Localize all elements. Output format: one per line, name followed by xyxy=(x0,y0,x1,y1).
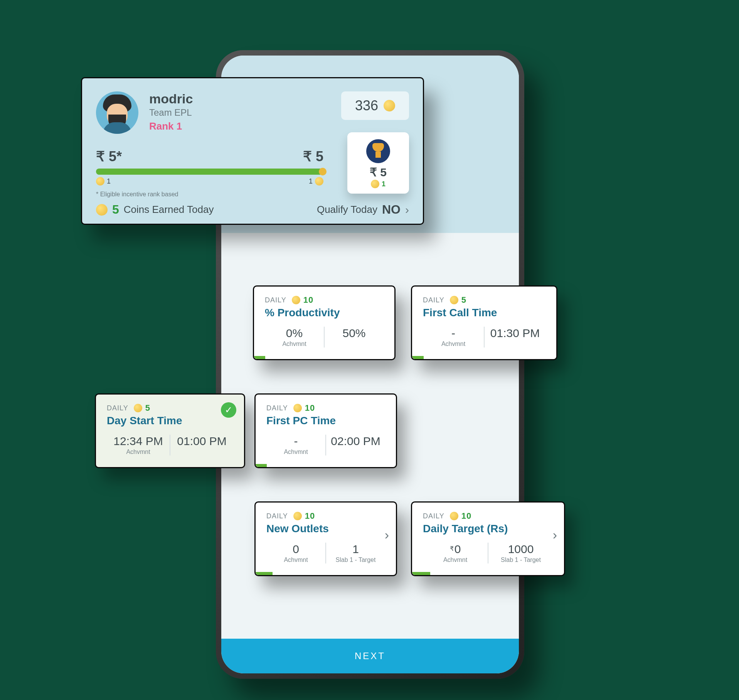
kpi-achvmnt-value: 0% xyxy=(265,327,324,340)
kpi-achvmnt-value: 12:34 PM xyxy=(107,435,170,448)
trophy-amount: ₹ 5 xyxy=(352,165,404,179)
kpi-target-value: 01:30 PM xyxy=(485,327,545,340)
coin-total-value: 336 xyxy=(355,98,378,114)
kpi-achvmnt-label: Achvmnt xyxy=(265,341,324,347)
kpi-points: 10 xyxy=(461,511,471,521)
kpi-target-value: 02:00 PM xyxy=(326,435,385,448)
kpi-new-outlets[interactable]: › DAILY 10 New Outlets 0Achvmnt 1Slab 1 … xyxy=(254,501,397,576)
kpi-achvmnt-label: Achvmnt xyxy=(266,557,325,563)
kpi-frequency: DAILY xyxy=(107,404,128,412)
trophy-coins: 1 xyxy=(382,180,385,188)
kpi-achvmnt-label: Achvmnt xyxy=(107,449,170,455)
chevron-right-icon: › xyxy=(405,203,409,216)
qualify-value: NO xyxy=(382,202,401,217)
user-rank: Rank 1 xyxy=(149,120,193,132)
kpi-frequency: DAILY xyxy=(423,512,444,520)
qualify-today[interactable]: Qualify Today NO › xyxy=(317,202,409,217)
coin-icon xyxy=(293,512,302,520)
coin-icon xyxy=(450,296,458,304)
kpi-target-value: 01:00 PM xyxy=(170,435,233,448)
coin-icon xyxy=(371,180,379,188)
kpi-achvmnt-label: Achvmnt xyxy=(423,341,484,347)
kpi-frequency: DAILY xyxy=(266,512,288,520)
trophy-card: ₹ 5 1 xyxy=(347,132,409,194)
kpi-first-call-time[interactable]: DAILY 5 First Call Time -Achvmnt 01:30 P… xyxy=(411,285,557,360)
coin-icon xyxy=(96,177,104,186)
coin-icon xyxy=(292,296,300,304)
kpi-points: 5 xyxy=(461,295,466,305)
kpi-points: 10 xyxy=(305,511,315,521)
kpi-frequency: DAILY xyxy=(266,404,288,412)
chevron-right-icon: › xyxy=(553,527,557,542)
coin-icon xyxy=(315,177,323,186)
kpi-achvmnt-value: ₹0 xyxy=(423,543,488,556)
kpi-target-label: Slab 1 - Target xyxy=(326,557,385,563)
coin-icon xyxy=(450,512,458,520)
kpi-progress xyxy=(412,356,424,359)
user-name: modric xyxy=(149,91,193,106)
kpi-achvmnt-label: Achvmnt xyxy=(266,449,325,455)
kpi-progress xyxy=(256,464,267,467)
coin-total-badge: 336 xyxy=(341,91,409,120)
kpi-target-value: 1 xyxy=(326,543,385,556)
kpi-title: First Call Time xyxy=(423,307,545,319)
kpi-progress xyxy=(412,572,430,575)
kpi-progress xyxy=(256,572,273,575)
incentive-right: ₹ 5 xyxy=(303,148,323,165)
kpi-achvmnt-label: Achvmnt xyxy=(423,557,488,563)
coin-icon xyxy=(134,404,142,412)
kpi-target-value: 1000 xyxy=(488,543,553,556)
qualify-label: Qualify Today xyxy=(317,204,377,216)
kpi-productivity[interactable]: DAILY 10 % Productivity 0%Achvmnt 50% xyxy=(253,285,396,360)
kpi-title: % Productivity xyxy=(265,307,384,319)
kpi-achvmnt-value: 0 xyxy=(266,543,325,556)
kpi-points: 10 xyxy=(305,403,315,413)
kpi-achvmnt-value: - xyxy=(266,435,325,448)
bar-label-left: 1 xyxy=(107,177,111,186)
kpi-points: 5 xyxy=(145,403,150,413)
next-button[interactable]: NEXT xyxy=(221,639,519,673)
bar-label-right: 1 xyxy=(309,177,313,186)
coins-earned-value: 5 xyxy=(112,202,119,217)
chevron-right-icon: › xyxy=(385,527,389,542)
user-team: Team EPL xyxy=(149,107,193,118)
kpi-day-start-time[interactable]: ✓ DAILY 5 Day Start Time 12:34 PMAchvmnt… xyxy=(95,393,245,468)
avatar xyxy=(96,91,138,134)
coin-icon xyxy=(293,404,302,412)
kpi-daily-target[interactable]: › DAILY 10 Daily Target (Rs) ₹0Achvmnt 1… xyxy=(411,501,565,576)
incentive-progress-bar xyxy=(96,169,323,175)
kpi-achvmnt-value: - xyxy=(423,327,484,340)
trophy-icon xyxy=(366,139,390,163)
coins-earned-label: Coins Earned Today xyxy=(124,204,214,216)
kpi-target-label: Slab 1 - Target xyxy=(488,557,553,563)
coin-icon xyxy=(96,204,108,216)
summary-card: modric Team EPL Rank 1 336 ₹ 5 1 ₹ 5* ₹ … xyxy=(81,77,424,225)
kpi-first-pc-time[interactable]: DAILY 10 First PC Time -Achvmnt 02:00 PM xyxy=(254,393,397,468)
kpi-title: Daily Target (Rs) xyxy=(423,523,553,535)
incentive-left: ₹ 5* xyxy=(96,148,122,165)
kpi-title: New Outlets xyxy=(266,523,385,535)
kpi-title: Day Start Time xyxy=(107,415,233,427)
kpi-frequency: DAILY xyxy=(265,296,286,304)
kpi-title: First PC Time xyxy=(266,415,385,427)
coin-icon xyxy=(384,100,395,111)
kpi-progress xyxy=(254,356,265,359)
kpi-target-value: 50% xyxy=(325,327,384,340)
check-icon: ✓ xyxy=(221,402,236,418)
kpi-frequency: DAILY xyxy=(423,296,444,304)
kpi-points: 10 xyxy=(303,295,313,305)
